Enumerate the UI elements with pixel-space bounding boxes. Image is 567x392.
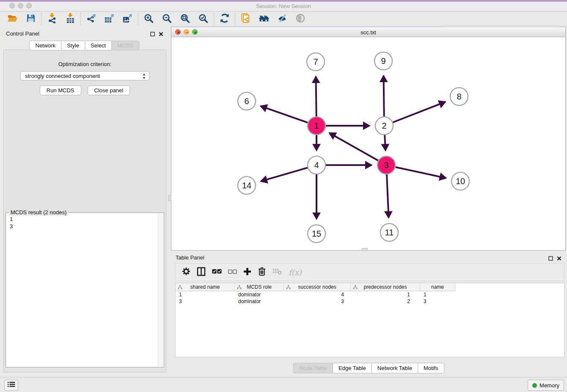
memory-button[interactable]: Memory <box>528 380 564 391</box>
table-options-button[interactable] <box>182 267 190 277</box>
graph-edge-3-10[interactable] <box>396 167 446 178</box>
graph-node-15[interactable]: 15 <box>308 225 325 243</box>
export-table-button[interactable] <box>100 12 118 26</box>
zoom-fit-button[interactable] <box>176 12 194 26</box>
table-cell[interactable]: dominator <box>235 291 284 298</box>
optimization-criterion-label: Optimization criterion: <box>4 61 166 67</box>
table-row[interactable]: 1dominator411 <box>176 291 564 298</box>
graph-node-6[interactable]: 6 <box>238 92 256 110</box>
column-header-shared-name[interactable]: shared name <box>176 283 235 291</box>
home-button[interactable] <box>255 12 273 26</box>
run-mcds-button[interactable]: Run MCDS <box>40 86 81 95</box>
table-tab-edge-table[interactable]: Edge Table <box>333 363 372 373</box>
table-tab-network-table[interactable]: Network Table <box>372 363 418 373</box>
table-cell[interactable]: 1 <box>420 291 455 298</box>
main-toolbar <box>0 11 567 27</box>
tab-network[interactable]: Network <box>29 41 61 50</box>
table-row[interactable]: 3dominator323 <box>176 298 564 305</box>
hierarchy-icon <box>353 285 358 291</box>
svg-text:15: 15 <box>312 229 321 238</box>
import-table-button[interactable] <box>61 12 79 26</box>
column-header-predecessor-nodes[interactable]: predecessor nodes <box>351 283 420 291</box>
graph-node-3[interactable]: 3 <box>377 156 395 174</box>
tab-select[interactable]: Select <box>85 41 112 50</box>
graph-edge-2-3[interactable] <box>385 135 385 150</box>
graph-edge-1-6[interactable] <box>261 106 308 123</box>
delete-row-button[interactable] <box>258 267 266 278</box>
close-panel-icon[interactable] <box>159 30 163 38</box>
column-header-name[interactable]: name <box>420 283 455 291</box>
column-header-successor-nodes[interactable]: successor nodes <box>284 283 351 291</box>
graph-edge-4-14[interactable] <box>261 168 308 181</box>
splitter-grip-vertical[interactable] <box>168 195 171 201</box>
ui-panels-menu-button[interactable] <box>4 380 18 391</box>
svg-text:10: 10 <box>456 177 465 186</box>
mcds-result-lines[interactable]: 13 <box>6 213 164 230</box>
graph-node-10[interactable]: 10 <box>451 172 469 190</box>
mcds-result-scrollbar[interactable] <box>158 213 163 367</box>
close-panel-button[interactable]: Close panel <box>88 86 130 95</box>
function-builder-button[interactable]: f(x) <box>289 268 302 277</box>
save-session-button[interactable] <box>22 12 40 26</box>
table-cell[interactable]: 4 <box>284 291 351 298</box>
table-cell[interactable]: 3 <box>176 298 235 305</box>
table-cell[interactable]: 3 <box>284 298 351 305</box>
graph-node-11[interactable]: 11 <box>380 224 398 241</box>
clone-network-button[interactable] <box>237 12 255 26</box>
zoom-selected-button[interactable] <box>194 12 212 26</box>
graph-edge-1-7[interactable] <box>316 77 317 116</box>
float-panel-icon[interactable] <box>548 255 553 262</box>
show-columns-button[interactable] <box>197 267 206 278</box>
zoom-in-button[interactable] <box>140 12 158 26</box>
table-cell[interactable]: 1 <box>176 291 235 298</box>
tab-style[interactable]: Style <box>61 41 85 50</box>
export-image-button[interactable] <box>118 12 137 26</box>
graph-node-4[interactable]: 4 <box>308 156 325 174</box>
graph-edge-2-8[interactable] <box>393 102 446 122</box>
table-cell[interactable]: 3 <box>420 298 455 305</box>
graph-node-9[interactable]: 9 <box>374 52 392 70</box>
float-panel-icon[interactable] <box>150 30 155 38</box>
graph-node-8[interactable]: 8 <box>450 88 468 105</box>
table-cell[interactable]: 2 <box>351 298 420 305</box>
graph-edge-2-9[interactable] <box>384 76 384 116</box>
add-row-button[interactable] <box>243 268 251 277</box>
select-all-button[interactable] <box>212 268 222 276</box>
export-network-button[interactable] <box>82 12 100 26</box>
hide-graphics-details-button[interactable] <box>273 12 291 26</box>
close-panel-icon[interactable] <box>557 255 561 262</box>
column-header-mcds-role[interactable]: MCDS role <box>235 283 284 291</box>
optimization-criterion-select[interactable]: strongly connected component <box>20 71 149 80</box>
table-tab-motifs[interactable]: Motifs <box>418 363 444 373</box>
network-window-titlebar: scc.txt <box>171 27 565 37</box>
delete-table-button[interactable] <box>272 268 282 277</box>
node-table[interactable]: shared nameMCDS rolesuccessor nodesprede… <box>175 283 564 357</box>
svg-text:7: 7 <box>313 57 318 66</box>
mcds-result-line: 3 <box>10 223 164 230</box>
table-cell[interactable]: 1 <box>351 291 420 298</box>
zoom-out-button[interactable] <box>158 12 176 26</box>
network-canvas[interactable]: 1234678910111415 <box>171 37 565 250</box>
import-network-button[interactable] <box>43 12 61 26</box>
graph-edge-3-11[interactable] <box>387 174 389 218</box>
network-window-title: scc.txt <box>171 29 565 36</box>
home-icon <box>258 13 270 25</box>
refresh-view-button[interactable] <box>215 12 234 26</box>
titlebar-accent <box>0 0 567 2</box>
open-file-button[interactable] <box>3 12 22 26</box>
graph-node-2[interactable]: 2 <box>375 117 393 135</box>
table-tab-node-table[interactable]: Node Table <box>293 363 333 373</box>
mcds-panel: Optimization criterion: strongly connect… <box>3 50 166 373</box>
memory-button-label: Memory <box>539 382 559 389</box>
zoom-selected-icon <box>198 14 208 25</box>
graph-node-1[interactable]: 1 <box>308 117 325 135</box>
graph-node-14[interactable]: 14 <box>238 177 256 194</box>
graph-node-7[interactable]: 7 <box>307 53 325 71</box>
column-header-label: name <box>431 284 444 290</box>
table-cell[interactable]: dominator <box>235 298 284 305</box>
tab-mcds[interactable]: MCDS <box>111 41 139 50</box>
deselect-all-button[interactable] <box>228 268 237 276</box>
graph-edge-3-1[interactable] <box>330 133 378 160</box>
splitter-grip-horizontal[interactable] <box>362 248 368 251</box>
show-graphics-details-button[interactable] <box>291 12 309 26</box>
